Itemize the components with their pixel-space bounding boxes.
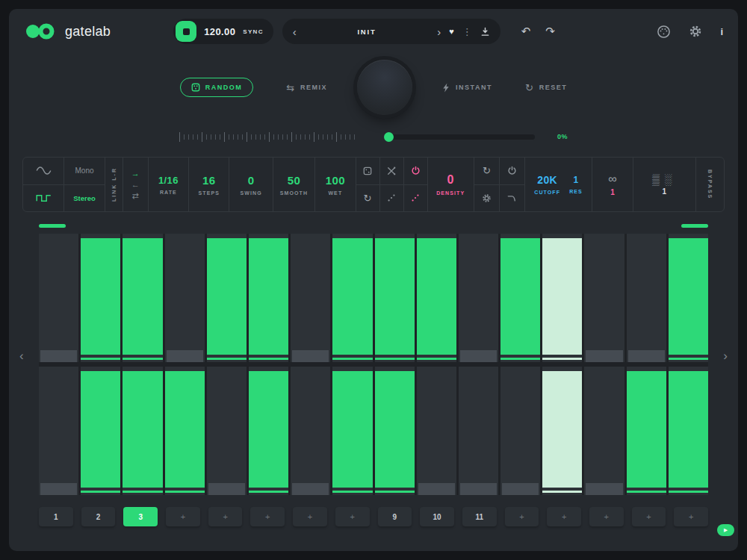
bypass-toggle[interactable]: BYPASS — [695, 158, 724, 211]
step-current[interactable] — [542, 234, 582, 362]
step-off[interactable] — [500, 367, 540, 495]
pattern-add-button[interactable]: + — [674, 507, 708, 526]
pattern-add-button[interactable]: + — [632, 507, 666, 526]
filter-power-button[interactable] — [500, 158, 524, 184]
midi-icon[interactable] — [657, 25, 671, 39]
info-button[interactable]: i — [720, 26, 723, 37]
wet-control[interactable]: 100 WET — [314, 158, 355, 211]
direction-forward-icon[interactable]: → — [131, 169, 140, 178]
loop-range-handle-left[interactable] — [39, 224, 66, 228]
preset-name[interactable]: INIT — [305, 28, 429, 36]
step-off[interactable] — [39, 234, 78, 362]
ramp-dots-button[interactable] — [380, 184, 403, 212]
direction-pingpong-icon[interactable]: ⇄ — [132, 191, 139, 200]
step-on[interactable] — [81, 367, 120, 495]
settings-gear-icon[interactable] — [689, 25, 702, 38]
smooth-control[interactable]: 50 SMOOTH — [273, 158, 314, 211]
step-on[interactable] — [500, 234, 540, 362]
density-dots-button[interactable] — [404, 184, 427, 212]
res-control[interactable]: 1 RES — [569, 175, 583, 194]
sine-wave-button[interactable] — [23, 158, 63, 184]
step-off[interactable] — [459, 367, 498, 495]
pattern-add-button[interactable]: + — [505, 507, 539, 526]
repeat-control[interactable]: ∞ 1 — [592, 158, 632, 211]
step-on[interactable] — [332, 367, 372, 495]
sequencer-prev-page-chevron[interactable]: ‹ — [19, 349, 24, 364]
pattern-add-button[interactable]: + — [166, 507, 200, 526]
step-off[interactable] — [627, 234, 666, 362]
density-control[interactable]: 0 DENSITY — [427, 158, 474, 211]
save-download-icon[interactable] — [480, 27, 490, 37]
filter-refresh-icon[interactable]: ↻ — [474, 158, 499, 184]
step-on[interactable] — [165, 367, 205, 495]
main-knob[interactable] — [357, 60, 412, 115]
mono-button[interactable]: Mono — [64, 158, 104, 184]
step-on[interactable] — [123, 367, 162, 495]
shuffle-button[interactable] — [380, 158, 403, 184]
steps-control[interactable]: 16 STEPS — [188, 158, 229, 211]
pattern-button-1[interactable]: 1 — [39, 507, 73, 526]
step-on[interactable] — [669, 234, 708, 362]
remix-button[interactable]: ⇆ REMIX — [286, 83, 327, 93]
cutoff-control[interactable]: 20K CUTOFF — [534, 174, 560, 195]
pattern-add-button[interactable]: + — [547, 507, 581, 526]
square-wave-button[interactable] — [23, 184, 63, 212]
filter-gear-button[interactable] — [474, 184, 499, 212]
pattern-button-10[interactable]: 10 — [420, 507, 454, 526]
step-on[interactable] — [207, 234, 247, 362]
density-power-button[interactable] — [404, 158, 427, 184]
link-lr-toggle[interactable]: LINK L-R — [105, 158, 123, 211]
stop-button[interactable] — [176, 21, 196, 42]
preset-next-button[interactable]: › — [437, 26, 441, 37]
step-on[interactable] — [669, 367, 708, 495]
undo-button[interactable]: ↶ — [521, 25, 531, 38]
pattern-add-button[interactable]: + — [335, 507, 370, 526]
variation-ruler[interactable] — [179, 132, 359, 142]
pattern-button-2[interactable]: 2 — [81, 507, 116, 526]
step-off[interactable] — [417, 367, 456, 495]
stereo-button[interactable]: Stereo — [64, 184, 104, 212]
pattern-button-9[interactable]: 9 — [378, 507, 412, 526]
step-off[interactable] — [584, 367, 624, 495]
preset-prev-button[interactable]: ‹ — [293, 26, 297, 37]
step-off[interactable] — [39, 367, 78, 495]
step-on[interactable] — [249, 367, 288, 495]
noise-control[interactable]: ▒░ 1 — [633, 158, 695, 211]
pattern-add-button[interactable]: + — [208, 507, 243, 526]
variation-slider-track[interactable] — [391, 134, 535, 140]
pattern-add-button[interactable]: + — [250, 507, 285, 526]
step-off[interactable] — [584, 234, 624, 362]
step-on[interactable] — [375, 367, 415, 495]
step-off[interactable] — [459, 234, 498, 362]
filter-slope-button[interactable] — [500, 184, 524, 212]
die-button[interactable] — [356, 158, 379, 184]
step-on[interactable] — [123, 234, 162, 362]
sync-toggle[interactable]: SYNC — [243, 28, 263, 35]
step-current[interactable] — [542, 367, 582, 495]
pattern-autoplay-button[interactable]: ▶ — [717, 524, 734, 536]
kebab-menu-icon[interactable]: ⋮ — [462, 26, 472, 37]
variation-slider-handle[interactable] — [384, 132, 394, 142]
step-on[interactable] — [375, 234, 415, 362]
bpm-value[interactable]: 120.00 — [204, 26, 235, 37]
step-off[interactable] — [291, 367, 330, 495]
rate-control[interactable]: 1/16 RATE — [148, 158, 188, 211]
step-on[interactable] — [417, 234, 456, 362]
instant-button[interactable]: INSTANT — [442, 83, 492, 93]
random-button[interactable]: RANDOM — [180, 78, 254, 97]
pattern-add-button[interactable]: + — [293, 507, 327, 526]
step-on[interactable] — [332, 234, 372, 362]
pattern-button-3[interactable]: 3 — [123, 507, 158, 526]
favorite-heart-icon[interactable]: ♥ — [449, 27, 454, 36]
pattern-button-11[interactable]: 11 — [462, 507, 497, 526]
step-on[interactable] — [627, 367, 666, 495]
step-on[interactable] — [249, 234, 288, 362]
step-on[interactable] — [81, 234, 120, 362]
step-off[interactable] — [291, 234, 330, 362]
loop-range-handle-right[interactable] — [681, 224, 708, 228]
reset-button[interactable]: ↻ RESET — [525, 83, 567, 93]
redo-button[interactable]: ↷ — [545, 25, 555, 38]
swing-control[interactable]: 0 SWING — [229, 158, 272, 211]
sequencer-next-page-chevron[interactable]: › — [723, 349, 728, 364]
direction-backward-icon[interactable]: ← — [131, 180, 140, 189]
